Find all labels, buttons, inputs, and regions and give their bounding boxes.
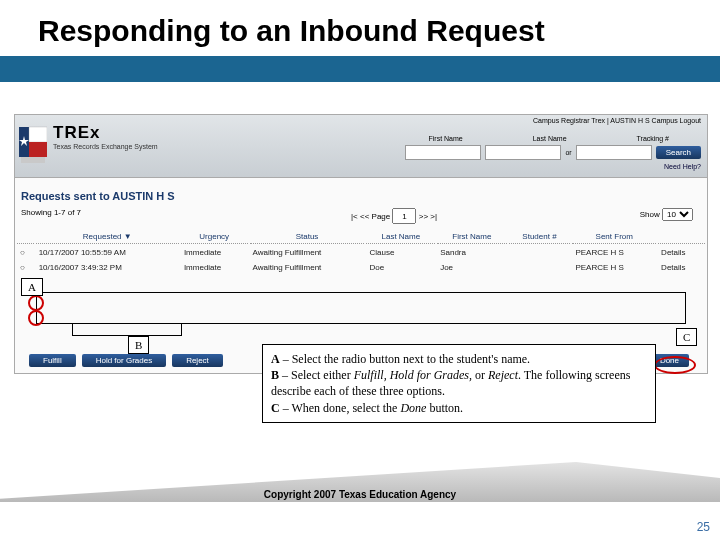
cell: Clause — [366, 246, 435, 259]
action-bar: Fulfill Hold for Grades Reject — [29, 354, 223, 367]
texas-flag-icon — [19, 121, 47, 165]
table-header-row: Requested ▼ Urgency Status Last Name Fir… — [17, 230, 705, 244]
svg-rect-4 — [21, 157, 45, 163]
details-link[interactable]: Details — [658, 246, 705, 259]
reject-button[interactable]: Reject — [172, 354, 223, 367]
tracking-input[interactable] — [576, 145, 652, 160]
pager-next[interactable]: >> >| — [419, 212, 437, 221]
col-sent-from[interactable]: Sent From — [572, 230, 656, 244]
col-first-name[interactable]: First Name — [437, 230, 506, 244]
col-requested[interactable]: Requested ▼ — [36, 230, 179, 244]
col-radio — [17, 230, 34, 244]
col-last-name[interactable]: Last Name — [366, 230, 435, 244]
row-radio[interactable]: ○ — [17, 261, 34, 274]
logo-text: TREx — [19, 123, 269, 143]
search-inputs: or Search — [405, 145, 701, 160]
svg-rect-3 — [29, 142, 47, 157]
last-name-label: Last Name — [533, 135, 567, 142]
or-label: or — [565, 149, 571, 156]
col-urgency[interactable]: Urgency — [181, 230, 248, 244]
hold-for-grades-button[interactable]: Hold for Grades — [82, 354, 166, 367]
last-name-input[interactable] — [485, 145, 561, 160]
cell: Doe — [366, 261, 435, 274]
registrar-info: Campus Registrar Trex | AUSTIN H S Campu… — [533, 117, 701, 124]
cell — [509, 246, 571, 259]
need-help-link[interactable]: Need Help? — [664, 163, 701, 170]
label-b: B — [128, 336, 149, 354]
cell: Awaiting Fulfillment — [250, 246, 365, 259]
app-logo: TREx Texas Records Exchange System — [19, 121, 269, 165]
show-select[interactable]: 10 — [662, 208, 693, 221]
annotation-time-box — [72, 323, 182, 336]
slide-title-bar: Responding to an Inbound Request — [0, 0, 720, 82]
svg-rect-2 — [29, 127, 47, 142]
details-link[interactable]: Details — [658, 261, 705, 274]
logo-subtitle: Texas Records Exchange System — [19, 143, 269, 150]
cell: 10/17/2007 10:55:59 AM — [36, 246, 179, 259]
instruction-a: A – Select the radio button next to the … — [271, 351, 647, 367]
first-name-label: First Name — [428, 135, 462, 142]
annotation-oval-radio-2 — [28, 310, 44, 326]
cell: Joe — [437, 261, 506, 274]
col-details — [658, 230, 705, 244]
col-status[interactable]: Status — [250, 230, 365, 244]
show-control: Show 10 — [640, 208, 693, 221]
pager-prev[interactable]: |< << — [351, 212, 369, 221]
cell: PEARCE H S — [572, 246, 656, 259]
requests-table: Requested ▼ Urgency Status Last Name Fir… — [15, 228, 707, 276]
table-row[interactable]: ○ 10/17/2007 10:55:59 AM Immediate Await… — [17, 246, 705, 259]
show-label: Show — [640, 210, 660, 219]
slide-title: Responding to an Inbound Request — [38, 14, 720, 48]
cell: Sandra — [437, 246, 506, 259]
row-radio[interactable]: ○ — [17, 246, 34, 259]
page-number: 25 — [697, 520, 710, 534]
table-row[interactable]: ○ 10/16/2007 3:49:32 PM Immediate Awaiti… — [17, 261, 705, 274]
instruction-b: B – Select either Fulfill, Hold for Grad… — [271, 367, 647, 399]
cell: PEARCE H S — [572, 261, 656, 274]
app-header: TREx Texas Records Exchange System Campu… — [15, 115, 707, 178]
pager-label: Page — [372, 212, 391, 221]
instruction-box: A – Select the radio button next to the … — [262, 344, 656, 423]
cell: Immediate — [181, 246, 248, 259]
section-title: Requests sent to AUSTIN H S — [15, 178, 707, 204]
page-input[interactable] — [392, 208, 416, 224]
fulfill-button[interactable]: Fulfill — [29, 354, 76, 367]
annotation-row-box — [36, 292, 686, 324]
annotation-oval-radio-1 — [28, 295, 44, 311]
label-a: A — [21, 278, 43, 296]
cell: Awaiting Fulfillment — [250, 261, 365, 274]
copyright: Copyright 2007 Texas Education Agency — [0, 489, 720, 500]
instruction-c: C – When done, select the Done button. — [271, 400, 647, 416]
search-labels: First Name Last Name Tracking # — [428, 135, 669, 142]
cell: 10/16/2007 3:49:32 PM — [36, 261, 179, 274]
cell — [509, 261, 571, 274]
cell: Immediate — [181, 261, 248, 274]
first-name-input[interactable] — [405, 145, 481, 160]
tracking-label: Tracking # — [637, 135, 669, 142]
search-button[interactable]: Search — [656, 146, 701, 159]
showing-count: Showing 1-7 of 7 — [21, 208, 81, 217]
pager: Showing 1-7 of 7 |< << Page >> >| Show 1… — [15, 204, 707, 228]
col-student-num[interactable]: Student # — [509, 230, 571, 244]
annotation-oval-done — [654, 356, 696, 374]
label-c: C — [676, 328, 697, 346]
